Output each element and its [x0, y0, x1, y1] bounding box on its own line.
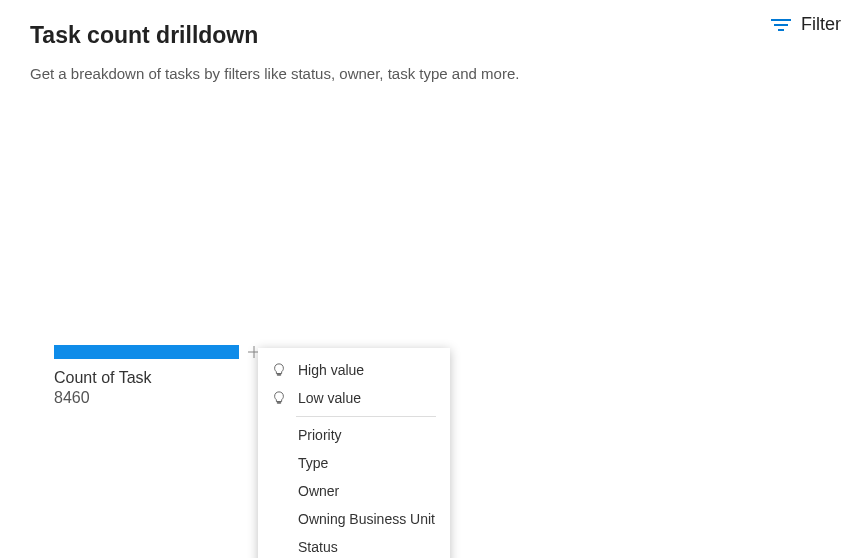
menu-item-type[interactable]: Type	[258, 449, 450, 477]
menu-item-label: High value	[298, 362, 364, 378]
filter-button[interactable]: Filter	[765, 10, 847, 39]
lightbulb-icon	[272, 391, 286, 405]
menu-divider	[296, 416, 436, 417]
filter-label: Filter	[801, 14, 841, 35]
menu-item-status[interactable]: Status	[258, 533, 450, 558]
menu-item-owning-business-unit[interactable]: Owning Business Unit	[258, 505, 450, 533]
menu-item-owner[interactable]: Owner	[258, 477, 450, 505]
menu-item-label: Owning Business Unit	[298, 511, 435, 527]
menu-item-high-value[interactable]: High value	[258, 356, 450, 384]
menu-item-low-value[interactable]: Low value	[258, 384, 450, 412]
bar-label: Count of Task	[54, 369, 239, 387]
page-title: Task count drilldown	[30, 22, 833, 49]
menu-item-label: Owner	[298, 483, 339, 499]
filter-icon	[771, 19, 791, 31]
chart-area: Count of Task 8460	[54, 345, 239, 407]
menu-item-label: Low value	[298, 390, 361, 406]
task-count-bar[interactable]	[54, 345, 239, 359]
page-subtitle: Get a breakdown of tasks by filters like…	[30, 65, 833, 82]
menu-item-label: Priority	[298, 427, 342, 443]
menu-item-priority[interactable]: Priority	[258, 421, 450, 449]
drilldown-menu: High value Low value Priority Type Owner…	[258, 348, 450, 558]
page-header: Task count drilldown Get a breakdown of …	[0, 0, 863, 82]
menu-item-label: Type	[298, 455, 328, 471]
bar-value: 8460	[54, 389, 239, 407]
lightbulb-icon	[272, 363, 286, 377]
menu-item-label: Status	[298, 539, 338, 555]
bar-container	[54, 345, 239, 359]
